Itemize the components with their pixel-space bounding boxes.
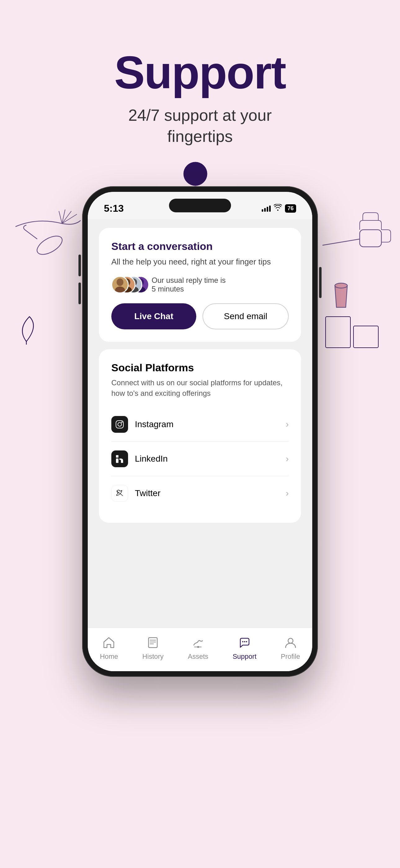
phone-screen: 5:13 — [88, 192, 312, 671]
phone-frame: 5:13 — [82, 186, 318, 677]
social-card-subtitle: Connect with us on our social platforms … — [111, 377, 289, 398]
nav-assets-label: Assets — [188, 653, 208, 661]
nav-support[interactable]: Support — [233, 634, 257, 661]
instagram-chevron: › — [286, 420, 289, 429]
reply-label: Our usual reply time is — [152, 276, 226, 285]
svg-point-27 — [244, 641, 245, 642]
svg-rect-22 — [116, 455, 119, 458]
support-avatars — [111, 276, 145, 293]
power-button — [319, 267, 322, 298]
nav-support-label: Support — [233, 653, 257, 661]
volume-up-button — [78, 254, 81, 276]
header-section: Support 24/7 support at yourfingertips — [114, 50, 286, 147]
reply-time-value: 5 minutes — [152, 285, 226, 293]
svg-point-21 — [121, 422, 123, 423]
nav-assets[interactable]: Assets — [188, 634, 208, 661]
svg-point-20 — [118, 423, 122, 426]
svg-rect-23 — [116, 459, 119, 463]
page-subtitle: 24/7 support at yourfingertips — [114, 105, 286, 147]
linkedin-label: LinkedIn — [135, 454, 168, 464]
nav-home[interactable]: Home — [100, 634, 118, 661]
history-icon — [145, 634, 161, 651]
battery-icon: 76 — [285, 204, 296, 213]
volume-down-button — [78, 282, 81, 304]
live-chat-button[interactable]: Live Chat — [111, 303, 196, 330]
status-icons: 76 — [262, 204, 296, 213]
reply-time-info: Our usual reply time is 5 minutes — [152, 276, 226, 293]
home-icon — [101, 634, 117, 651]
svg-point-8 — [116, 278, 124, 286]
social-card-title: Social Platforms — [111, 362, 289, 374]
social-list: Instagram › — [111, 407, 289, 510]
avatar-1 — [111, 276, 129, 293]
nav-home-label: Home — [100, 653, 118, 661]
action-buttons: Live Chat Send email — [111, 303, 289, 330]
instagram-item[interactable]: Instagram › — [111, 407, 289, 442]
nav-history-label: History — [142, 653, 163, 661]
conversation-subtitle: All the help you need, right at your fin… — [111, 256, 289, 267]
conversation-card: Start a conversation All the help you ne… — [99, 228, 301, 342]
profile-icon — [282, 634, 299, 651]
send-email-button[interactable]: Send email — [202, 303, 289, 330]
conversation-title: Start a conversation — [111, 240, 289, 252]
svg-rect-24 — [148, 638, 157, 648]
assets-icon — [190, 634, 206, 651]
nav-profile-label: Profile — [281, 653, 300, 661]
dynamic-island — [169, 199, 231, 212]
status-time: 5:13 — [104, 203, 124, 214]
social-platforms-card: Social Platforms Connect with us on our … — [99, 349, 301, 523]
twitter-chevron: › — [286, 488, 289, 498]
wifi-icon — [274, 204, 282, 213]
linkedin-item[interactable]: LinkedIn › — [111, 442, 289, 476]
screen-content: Start a conversation All the help you ne… — [88, 219, 312, 628]
twitter-label: Twitter — [135, 488, 160, 498]
svg-point-28 — [246, 641, 247, 642]
instagram-icon — [111, 416, 128, 433]
nav-profile[interactable]: Profile — [281, 634, 300, 661]
instagram-label: Instagram — [135, 420, 174, 429]
svg-point-29 — [288, 638, 293, 643]
support-icon — [237, 634, 253, 651]
reply-info-row: Our usual reply time is 5 minutes — [111, 276, 289, 293]
phone-mockup: 5:13 — [0, 186, 400, 677]
twitter-icon — [111, 485, 128, 502]
twitter-item[interactable]: Twitter › — [111, 476, 289, 510]
linkedin-icon — [111, 451, 128, 467]
svg-point-2 — [184, 162, 207, 186]
signal-icon — [262, 205, 271, 212]
nav-history[interactable]: History — [142, 634, 163, 661]
bottom-navigation: Home History — [88, 628, 312, 671]
linkedin-chevron: › — [286, 454, 289, 464]
svg-point-26 — [242, 641, 243, 642]
page-title: Support — [114, 50, 286, 96]
